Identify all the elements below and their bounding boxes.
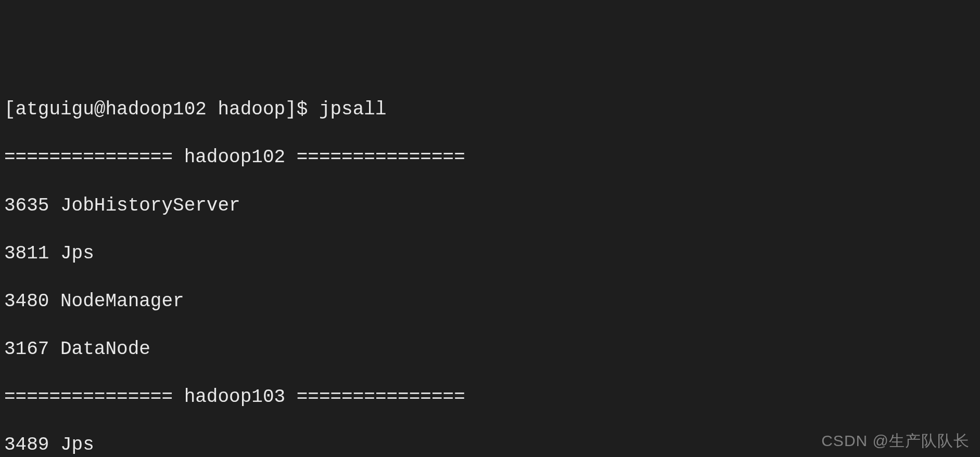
process-line: 3635 JobHistoryServer: [4, 194, 976, 218]
prompt-line: [atguigu@hadoop102 hadoop]$ jpsall: [4, 98, 976, 122]
host-header: =============== hadoop102 ==============…: [4, 146, 976, 169]
host-header: =============== hadoop103 ==============…: [4, 385, 976, 409]
process-line: 3480 NodeManager: [4, 290, 976, 314]
process-line: 3811 Jps: [4, 242, 976, 266]
watermark: CSDN @生产队队长: [821, 431, 970, 451]
process-line: 3167 DataNode: [4, 337, 976, 361]
